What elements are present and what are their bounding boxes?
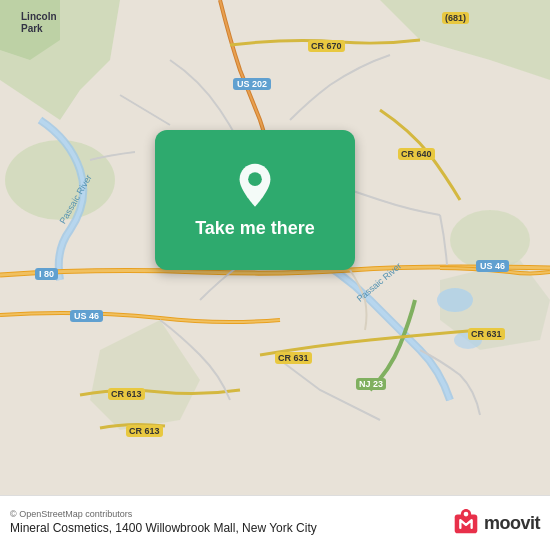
bottom-bar: © OpenStreetMap contributors Mineral Cos… xyxy=(0,495,550,550)
svg-point-10 xyxy=(248,172,262,186)
road-label-cr670: CR 670 xyxy=(308,40,345,52)
road-label-681: (681) xyxy=(442,12,469,24)
svg-point-8 xyxy=(437,288,473,312)
location-pin-icon xyxy=(231,162,279,210)
map-container: LincolnPark US 202 CR 670 (681) CR 640 I… xyxy=(0,0,550,550)
moovit-logo[interactable]: moovit xyxy=(452,507,540,539)
svg-point-3 xyxy=(5,140,115,220)
road-label-cr631: CR 631 xyxy=(275,352,312,364)
road-label-i80: I 80 xyxy=(35,268,58,280)
map-svg xyxy=(0,0,550,550)
place-label-lincoln-park: LincolnPark xyxy=(18,10,60,36)
road-label-cr631b: CR 631 xyxy=(468,328,505,340)
take-me-there-label: Take me there xyxy=(195,218,315,239)
moovit-icon-svg xyxy=(452,507,480,539)
road-label-us46-right: US 46 xyxy=(476,260,509,272)
road-label-nj23: NJ 23 xyxy=(356,378,386,390)
copyright-text: © OpenStreetMap contributors xyxy=(10,509,444,519)
road-label-cr613b: CR 613 xyxy=(126,425,163,437)
take-me-there-button[interactable]: Take me there xyxy=(155,130,355,270)
svg-point-12 xyxy=(464,512,469,517)
road-label-cr640: CR 640 xyxy=(398,148,435,160)
moovit-text: moovit xyxy=(484,513,540,534)
road-label-cr613: CR 613 xyxy=(108,388,145,400)
road-label-us202: US 202 xyxy=(233,78,271,90)
location-name: Mineral Cosmetics, 1400 Willowbrook Mall… xyxy=(10,521,444,537)
road-label-us46-left: US 46 xyxy=(70,310,103,322)
location-info: © OpenStreetMap contributors Mineral Cos… xyxy=(10,509,444,537)
